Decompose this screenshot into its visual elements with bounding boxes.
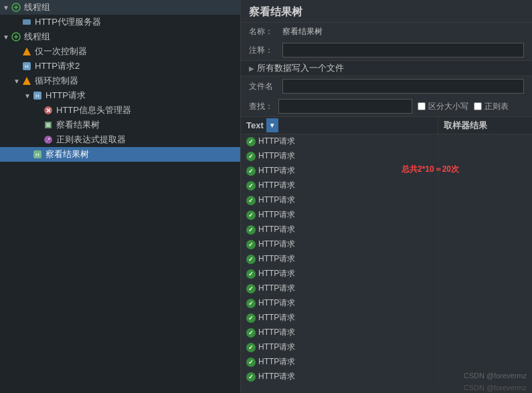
cell-text: HTTP请求 — [241, 134, 438, 148]
table-row[interactable]: HTTP请求 — [241, 281, 532, 296]
tree-item-http-header-mgr[interactable]: ✕HTTP信息头管理器 — [0, 103, 240, 118]
comment-input[interactable] — [282, 43, 524, 57]
tree-item-regex-extractor[interactable]: .*正则表达式提取器 — [0, 132, 240, 147]
watermark: CSDN @forevermz — [464, 372, 527, 380]
table-row[interactable]: HTTP请求 — [241, 223, 532, 237]
tree-item-http-proxy[interactable]: HTTP代理服务器 — [0, 15, 240, 29]
tree-item-label: HTTP请求 — [46, 90, 238, 102]
file-section-label: 所有数据写入一个文件 — [257, 62, 344, 74]
svg-text:✕: ✕ — [46, 107, 51, 114]
table-row[interactable]: HTTP请求 — [241, 252, 532, 267]
request-label: HTTP请求 — [258, 342, 295, 353]
search-row: 查找： 区分大小写 正则表 — [241, 96, 532, 117]
case-sensitive-checkbox[interactable] — [418, 102, 426, 110]
comment-row: 注释： — [241, 40, 532, 60]
table-row[interactable]: HTTP请求 — [241, 149, 532, 164]
svg-text:H: H — [35, 93, 39, 99]
table-row[interactable]: HTTP请求 — [241, 340, 532, 355]
filename-input[interactable] — [282, 79, 524, 94]
tree-node-icon: H — [32, 149, 43, 160]
request-label: HTTP请求 — [258, 209, 295, 221]
cell-text: HTTP请求 — [241, 208, 438, 222]
tree-item-label: 察看结果树 — [56, 119, 238, 131]
tree-item-label: 线程组 — [24, 1, 238, 13]
regex-group[interactable]: 正则表 — [474, 101, 509, 112]
table-row[interactable]: HTTP请求 — [241, 164, 532, 178]
request-label: HTTP请求 — [258, 253, 295, 265]
tree-arrow: ▼ — [3, 33, 11, 41]
tree-item-label: HTTP信息头管理器 — [56, 104, 238, 116]
cell-text: HTTP请求 — [241, 223, 438, 237]
table-row[interactable]: HTTP请求 — [241, 267, 532, 281]
table-row[interactable]: HTTP请求 — [241, 311, 532, 325]
tree-arrow: ▼ — [24, 92, 32, 100]
table-row[interactable]: HTTP请求 — [241, 296, 532, 311]
tree-item-label: 线程组 — [24, 31, 238, 43]
table-header: Text ▼ 取样器结果 — [241, 117, 532, 134]
tree-node-icon — [11, 2, 21, 13]
tree-item-http-req-main[interactable]: ▼HHTTP请求 — [0, 88, 240, 103]
table-body[interactable]: HTTP请求HTTP请求HTTP请求HTTP请求HTTP请求HTTP请求HTTP… — [241, 134, 532, 382]
status-icon — [246, 358, 256, 367]
cell-text: HTTP请求 — [241, 252, 438, 266]
table-row[interactable]: HTTP请求 — [241, 325, 532, 340]
tree-node-icon — [21, 17, 32, 27]
status-icon — [246, 284, 256, 293]
tree-item-thread-group-1[interactable]: ▼线程组 — [0, 0, 240, 15]
search-label: 查找： — [249, 101, 273, 112]
tree-item-label: 察看结果树 — [46, 148, 238, 160]
tree-node-icon — [11, 31, 21, 42]
cell-text: HTTP请求 — [241, 178, 438, 192]
table-row[interactable]: HTTP请求 — [241, 237, 532, 252]
tree-panel[interactable]: ▼线程组HTTP代理服务器▼线程组仅一次控制器HHTTP请求2▼循环控制器▼HH… — [0, 0, 241, 393]
col-text-label: Text — [246, 120, 264, 130]
status-icon — [246, 313, 256, 323]
tree-item-once-controller[interactable]: 仅一次控制器 — [0, 44, 240, 59]
tree-node-icon: .* — [43, 134, 54, 145]
tree-item-label: 循环控制器 — [35, 75, 238, 87]
regex-label: 正则表 — [484, 101, 509, 112]
cell-text: HTTP请求 — [241, 164, 438, 178]
svg-text:.*: .* — [46, 136, 51, 143]
svg-text:H: H — [25, 63, 29, 70]
svg-rect-3 — [23, 19, 31, 25]
request-label: HTTP请求 — [258, 268, 295, 279]
tree-item-view-tree-2[interactable]: H察看结果树 — [0, 147, 240, 162]
cell-text: HTTP请求 — [241, 355, 438, 369]
cell-text: HTTP请求 — [241, 340, 438, 354]
case-sensitive-group[interactable]: 区分大小写 — [418, 101, 468, 112]
cell-text: HTTP请求 — [241, 311, 438, 325]
table-row[interactable]: HTTP请求 — [241, 178, 532, 193]
request-label: HTTP请求 — [258, 150, 295, 162]
status-icon — [246, 196, 256, 205]
tree-item-http-req-2[interactable]: HHTTP请求2 — [0, 59, 240, 74]
table-row[interactable]: HTTP请求 — [241, 134, 532, 149]
status-icon — [246, 269, 256, 279]
filename-label: 文件名 — [249, 81, 282, 92]
svg-marker-10 — [23, 77, 31, 85]
table-row[interactable]: HTTP请求 — [241, 193, 532, 208]
filename-row: 文件名 — [241, 76, 532, 96]
tree-arrow: ▼ — [13, 78, 21, 85]
status-icon — [246, 225, 256, 235]
status-icon — [246, 299, 256, 308]
tree-item-loop-controller[interactable]: ▼循环控制器 — [0, 74, 240, 88]
status-icon — [246, 372, 256, 382]
request-label: HTTP请求 — [258, 297, 295, 309]
status-icon — [246, 137, 256, 146]
regex-checkbox[interactable] — [474, 102, 482, 110]
tree-item-view-tree-1[interactable]: 察看结果树 — [0, 118, 240, 132]
cell-text: HTTP请求 — [241, 370, 438, 382]
tree-node-icon — [21, 76, 32, 86]
request-label: HTTP请求 — [258, 356, 295, 368]
section-arrow: ▶ — [249, 65, 254, 72]
tree-item-thread-group-2[interactable]: ▼线程组 — [0, 29, 240, 44]
watermark-container: CSDN @forevermz — [241, 382, 532, 393]
table-row[interactable]: HTTP请求 — [241, 355, 532, 370]
col-dropdown-button[interactable]: ▼ — [266, 118, 278, 132]
search-input[interactable] — [278, 99, 412, 114]
cell-text: HTTP请求 — [241, 149, 438, 163]
table-row[interactable]: HTTP请求 — [241, 208, 532, 223]
cell-text: HTTP请求 — [241, 237, 438, 251]
name-value: 察看结果树 — [282, 26, 524, 37]
